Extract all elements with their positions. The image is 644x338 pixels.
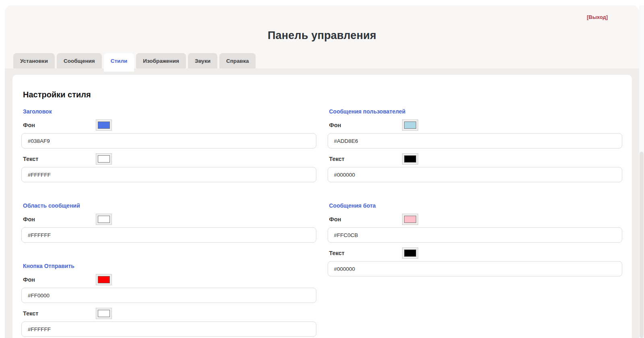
field-label: Текст	[329, 156, 402, 162]
field-label: Фон	[23, 276, 96, 283]
right-column: Сообщения пользователей Фон Текст Сообще…	[328, 108, 623, 338]
color-swatch-fill	[98, 216, 110, 223]
hex-color-input[interactable]	[328, 261, 623, 276]
field-label: Фон	[329, 216, 402, 223]
scrollbar[interactable]	[639, 5, 644, 338]
color-picker-swatch[interactable]	[96, 274, 112, 285]
tab-styles[interactable]: Стили	[104, 53, 134, 72]
tab-images[interactable]: Изображения	[136, 53, 186, 68]
section-heading: Настройки стиля	[23, 90, 622, 99]
field-row: Текст	[23, 153, 316, 165]
hex-color-input[interactable]	[21, 288, 316, 303]
section-title: Сообщения бота	[329, 202, 623, 209]
section-header-style: Заголовок Фон Текст	[21, 108, 316, 182]
section-bot-messages: Сообщения бота Фон Текст	[328, 202, 623, 276]
field-row: Фон	[23, 214, 316, 225]
color-swatch-fill	[404, 155, 416, 163]
field-label: Фон	[23, 216, 96, 223]
color-swatch-fill	[404, 216, 416, 223]
left-column: Заголовок Фон Текст Область сообщений	[21, 108, 316, 338]
color-swatch-fill	[98, 122, 110, 129]
settings-grid: Заголовок Фон Текст Область сообщений	[21, 108, 622, 338]
hex-color-input[interactable]	[328, 227, 623, 243]
field-row: Текст	[329, 247, 623, 259]
color-swatch-fill	[404, 249, 416, 257]
field-row: Фон	[23, 274, 316, 285]
tab-sounds[interactable]: Звуки	[188, 53, 217, 68]
field-label: Фон	[329, 122, 402, 128]
color-picker-swatch[interactable]	[96, 153, 112, 165]
field-label: Текст	[329, 250, 402, 256]
field-label: Фон	[23, 122, 96, 128]
page-title: Панель управления	[5, 5, 639, 42]
color-picker-swatch[interactable]	[402, 247, 418, 259]
field-label: Текст	[23, 156, 96, 162]
hex-color-input[interactable]	[328, 167, 623, 182]
tab-messages[interactable]: Сообщения	[57, 53, 102, 68]
section-user-messages: Сообщения пользователей Фон Текст	[328, 108, 623, 182]
hex-color-input[interactable]	[21, 167, 316, 182]
color-swatch-fill	[98, 155, 110, 163]
color-picker-swatch[interactable]	[402, 153, 418, 165]
color-picker-swatch[interactable]	[402, 120, 418, 131]
hex-color-input[interactable]	[21, 322, 316, 337]
field-row: Фон	[329, 120, 623, 131]
field-row: Фон	[23, 120, 316, 131]
section-title: Заголовок	[23, 108, 316, 115]
section-title: Сообщения пользователей	[329, 108, 623, 115]
styles-panel: Настройки стиля Заголовок Фон Текст	[12, 75, 632, 338]
tab-bar: Установки Сообщения Стили Изображения Зв…	[13, 53, 256, 68]
field-row: Текст	[23, 308, 316, 319]
color-picker-swatch[interactable]	[96, 120, 112, 131]
header: [Выход] Панель управления Установки Сооб…	[5, 5, 639, 68]
section-title: Кнопка Отправить	[23, 263, 316, 269]
color-picker-swatch[interactable]	[96, 308, 112, 319]
color-picker-swatch[interactable]	[402, 214, 418, 225]
color-swatch-fill	[98, 310, 110, 317]
color-swatch-fill	[404, 122, 416, 129]
color-picker-swatch[interactable]	[96, 214, 112, 225]
field-row: Фон	[329, 214, 623, 225]
hex-color-input[interactable]	[328, 133, 623, 148]
color-swatch-fill	[98, 276, 110, 283]
tab-setup[interactable]: Установки	[13, 53, 55, 68]
section-title: Область сообщений	[23, 202, 316, 209]
hex-color-input[interactable]	[21, 133, 316, 148]
hex-color-input[interactable]	[21, 227, 316, 243]
section-message-area: Область сообщений Фон	[21, 202, 316, 243]
tab-help[interactable]: Справка	[219, 53, 256, 68]
field-row: Текст	[329, 153, 623, 165]
admin-panel-container: [Выход] Панель управления Установки Сооб…	[5, 5, 639, 338]
scrollbar-thumb[interactable]	[640, 152, 644, 338]
logout-link[interactable]: [Выход]	[587, 14, 608, 20]
field-label: Текст	[23, 310, 96, 317]
section-send-button: Кнопка Отправить Фон Текст	[21, 263, 316, 337]
